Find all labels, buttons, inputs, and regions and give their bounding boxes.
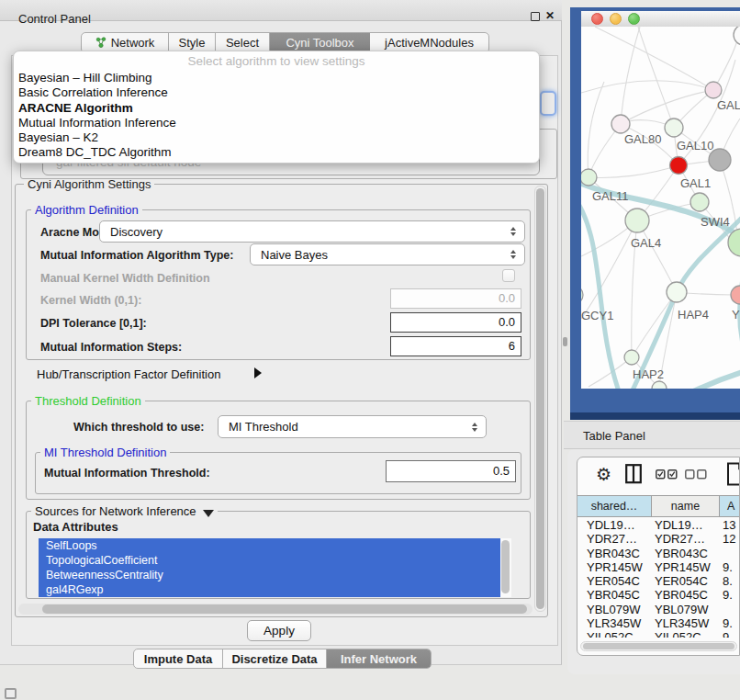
minimize-traffic-light-icon[interactable] (610, 13, 622, 25)
select-all-checkboxes-icon[interactable] (656, 469, 678, 480)
popup-item-bayesian-hill-climbing[interactable]: Bayesian – Hill Climbing (14, 71, 539, 85)
sources-title[interactable]: Sources for Network Inference (31, 504, 218, 518)
control-panel-titlebar[interactable]: Control Panel ✕ (0, 0, 562, 21)
deselect-all-checkboxes-icon[interactable] (685, 469, 707, 480)
mi-threshold-value: 0.5 (493, 464, 510, 478)
cell-name: YBL079W (655, 603, 709, 616)
popup-item-basic-correlation[interactable]: Basic Correlation Inference (14, 85, 539, 100)
attributes-list-scrollbar-thumb[interactable] (501, 540, 510, 593)
dpi-tolerance-label: DPI Tolerance [0,1]: (40, 317, 147, 330)
attribute-gal4rgexp[interactable]: gal4RGexp (39, 582, 500, 597)
tab-cyni-toolbox[interactable]: Cyni Toolbox (270, 33, 370, 52)
settings-vertical-scrollbar[interactable] (534, 186, 546, 612)
table-row[interactable]: YDR27… YDR27… 12 (577, 532, 740, 546)
column-header-partial[interactable]: A (720, 496, 740, 516)
mi-steps-field[interactable]: 6 (390, 336, 521, 356)
tab-cyni-toolbox-label: Cyni Toolbox (286, 36, 353, 50)
expander-right-triangle-icon[interactable] (254, 367, 262, 378)
collapsed-panel-icon[interactable] (5, 688, 17, 699)
tab-impute-data-label: Impute Data (144, 652, 212, 666)
mi-type-combo[interactable]: Naive Bayes (250, 243, 525, 265)
node-label: HAP4 (678, 308, 709, 322)
table-row[interactable]: YDL19… YDL19… 13 (577, 518, 740, 532)
hub-expander-label[interactable]: Hub/Transcription Factor Definition (37, 367, 220, 381)
table-row[interactable]: YLR345W YLR345W 9. (577, 616, 740, 630)
document-icon[interactable] (726, 462, 740, 486)
manual-kernel-checkbox[interactable] (502, 269, 515, 282)
attribute-betweennesscentrality[interactable]: BetweennessCentrality (39, 568, 500, 582)
tab-style[interactable]: Style (169, 33, 216, 52)
algorithm-combo-spinner-fragment[interactable] (540, 91, 556, 116)
aracne-mode-value: Discovery (100, 225, 506, 239)
settings-horizontal-scrollbar[interactable] (18, 604, 533, 615)
tab-infer-network[interactable]: Infer Network (327, 649, 431, 668)
table-row[interactable]: YBL079W YBL079W (577, 603, 740, 616)
panel-divider-handle[interactable] (563, 337, 567, 346)
node-label: GCY1 (581, 309, 613, 322)
network-window-titlebar[interactable] (581, 11, 740, 27)
popup-item-aracne[interactable]: ARACNE Algorithm (14, 101, 539, 116)
algorithm-dropdown-popup: Select algorithm to view settings Bayesi… (13, 51, 540, 164)
cell-name: YBR045C (655, 588, 708, 602)
close-icon[interactable]: ✕ (545, 9, 555, 22)
node-gal-pink[interactable] (705, 82, 722, 98)
attributes-list-scrollbar[interactable] (500, 538, 511, 597)
table-row[interactable]: YER054C YER054C 8. (577, 574, 740, 588)
node-top-right[interactable] (734, 27, 740, 45)
node-gal80[interactable] (611, 115, 630, 133)
table-horizontal-scrollbar-thumb[interactable] (583, 643, 734, 649)
kernel-width-field[interactable]: 0.0 (390, 288, 521, 309)
node-label: Y (732, 308, 740, 322)
node-gal1[interactable] (690, 193, 709, 211)
node-gcy1[interactable] (581, 286, 583, 304)
node-gal11[interactable] (581, 169, 597, 186)
zoom-traffic-light-icon[interactable] (628, 13, 640, 25)
network-edge (588, 82, 604, 177)
column-header-name[interactable]: name (652, 496, 720, 516)
cyni-settings-title: Cyni Algorithm Settings (24, 177, 154, 191)
popup-item-bayesian-k2[interactable]: Bayesian – K2 (14, 130, 539, 145)
apply-button[interactable]: Apply (247, 620, 311, 641)
network-view-window[interactable]: GAL GAL80 GAL10 GAL1 GAL11 SWI4 GAL4 GCY… (570, 7, 740, 420)
node-hap2[interactable] (624, 350, 639, 365)
network-canvas[interactable]: GAL GAL80 GAL10 GAL1 GAL11 SWI4 GAL4 GCY… (581, 27, 740, 389)
network-edge (589, 165, 678, 177)
gear-icon[interactable]: ⚙ (596, 466, 611, 483)
tab-select[interactable]: Select (216, 33, 270, 52)
attribute-selfloops[interactable]: SelfLoops (39, 538, 500, 553)
network-graph: GAL GAL80 GAL10 GAL1 GAL11 SWI4 GAL4 GCY… (581, 27, 740, 389)
popup-item-mutual-information[interactable]: Mutual Information Inference (14, 116, 539, 130)
aracne-mode-combo[interactable]: Discovery (99, 220, 525, 243)
table-row[interactable]: YPR145W YPR145W 9. (577, 560, 740, 574)
settings-vertical-scrollbar-thumb[interactable] (536, 188, 544, 609)
node-gal4[interactable] (625, 209, 649, 232)
tab-jactivemnodules[interactable]: jActiveMNodules (370, 33, 488, 52)
node-hap4[interactable] (667, 282, 687, 302)
float-window-icon[interactable] (531, 12, 540, 21)
table-row[interactable]: YBR043C YBR043C (577, 547, 740, 560)
mi-threshold-field[interactable]: 0.5 (386, 460, 516, 482)
table-panel-header[interactable]: Table Panel (564, 421, 740, 449)
close-traffic-light-icon[interactable] (591, 13, 603, 25)
which-threshold-combo[interactable]: MI Threshold (218, 415, 487, 438)
tab-network-label: Network (111, 36, 155, 50)
data-attributes-label: Data Attributes (33, 520, 118, 534)
table-horizontal-scrollbar[interactable] (580, 641, 737, 651)
tab-impute-data[interactable]: Impute Data (134, 649, 223, 668)
tab-network[interactable]: Network (82, 33, 169, 52)
dpi-tolerance-field[interactable]: 0.0 (390, 312, 521, 333)
table-row[interactable]: YBR045C YBR045C 9. (577, 588, 740, 602)
node-red-selected[interactable] (670, 157, 688, 175)
node-gal10[interactable] (665, 119, 683, 137)
node-label: GAL80 (624, 132, 661, 146)
mi-threshold-definition-title: MI Threshold Definition (40, 446, 170, 459)
column-header-shared-name[interactable]: shared… (577, 496, 652, 516)
tab-discretize-data[interactable]: Discretize Data (223, 649, 327, 668)
split-columns-icon[interactable] (625, 464, 642, 484)
settings-horizontal-scrollbar-thumb[interactable] (42, 604, 527, 614)
popup-item-dream8[interactable]: Dream8 DC_TDC Algorithm (14, 145, 539, 160)
cell-shared-name: YBR043C (587, 547, 640, 560)
node-salmon[interactable] (731, 286, 740, 304)
table-row[interactable]: YIL052C YIL052C 9. (577, 630, 740, 638)
attribute-topologicalcoefficient[interactable]: TopologicalCoefficient (39, 553, 500, 568)
